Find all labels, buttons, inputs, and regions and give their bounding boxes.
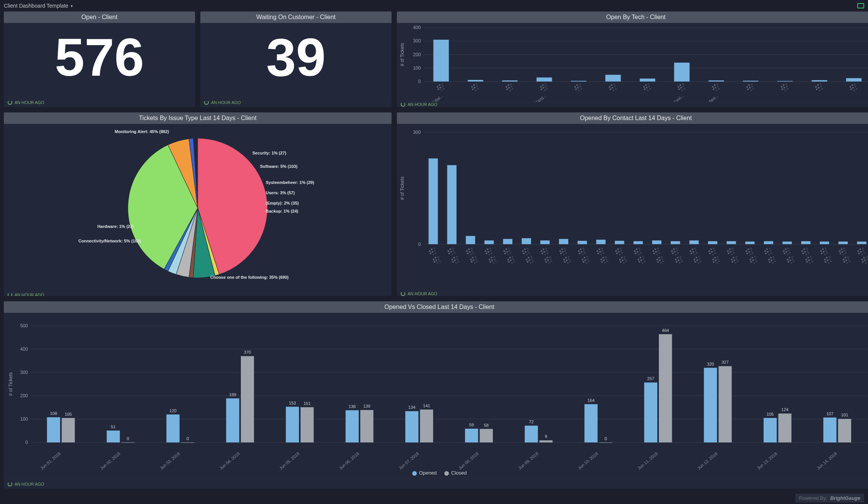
svg-text:0: 0 xyxy=(25,440,28,445)
svg-rect-440 xyxy=(756,261,757,262)
svg-rect-532 xyxy=(861,254,863,255)
svg-rect-252 xyxy=(545,259,546,260)
svg-rect-350 xyxy=(659,260,661,261)
svg-rect-389 xyxy=(700,261,701,262)
open-client-value: 576 xyxy=(4,23,195,84)
svg-rect-138 xyxy=(432,251,433,253)
svg-rect-98 xyxy=(751,86,753,87)
svg-rect-253 xyxy=(551,261,552,262)
svg-rect-193 xyxy=(485,250,486,252)
svg-rect-339 xyxy=(640,257,641,259)
svg-rect-30 xyxy=(502,80,517,81)
svg-rect-289 xyxy=(587,256,588,258)
svg-rect-344 xyxy=(653,253,655,254)
svg-rect-92 xyxy=(718,88,720,89)
svg-rect-244 xyxy=(541,250,542,252)
card-open-vs-closed: Opened Vs Closed Last 14 Days - Client 0… xyxy=(4,301,868,489)
svg-rect-387 xyxy=(697,262,699,264)
svg-rect-379 xyxy=(694,254,695,255)
svg-rect-312 xyxy=(615,250,617,252)
svg-rect-226 xyxy=(526,254,528,255)
svg-rect-287 xyxy=(588,261,590,262)
svg-rect-150 xyxy=(433,259,434,260)
svg-rect-388 xyxy=(694,259,695,260)
legend: Opened Closed xyxy=(4,468,868,478)
svg-rect-68 xyxy=(646,87,647,88)
svg-rect-533 xyxy=(857,250,859,252)
svg-rect-317 xyxy=(624,259,626,260)
svg-text:464: 464 xyxy=(662,328,669,333)
svg-rect-172 xyxy=(469,251,470,253)
svg-rect-398 xyxy=(715,252,716,254)
svg-rect-179 xyxy=(471,248,472,249)
svg-rect-391 xyxy=(698,256,700,258)
svg-text:58: 58 xyxy=(484,423,489,428)
svg-rect-360 xyxy=(676,250,678,252)
svg-rect-283 xyxy=(587,259,588,260)
svg-rect-303 xyxy=(600,259,602,260)
svg-rect-147 xyxy=(438,259,439,260)
svg-rect-418 xyxy=(734,260,735,261)
svg-rect-250 xyxy=(545,261,547,263)
svg-rect-29 xyxy=(476,83,477,85)
svg-rect-351 xyxy=(662,259,663,260)
svg-rect-383 xyxy=(694,248,696,249)
svg-rect-28 xyxy=(473,84,475,86)
svg-rect-530 xyxy=(863,250,864,252)
by-contact-chart: 0300# of Tickets xyxy=(397,124,868,291)
svg-rect-600 xyxy=(540,441,553,442)
svg-rect-57 xyxy=(579,83,580,85)
svg-rect-145 xyxy=(434,248,435,249)
svg-rect-428 xyxy=(751,250,752,252)
svg-rect-276 xyxy=(579,253,580,254)
dashboard-title-dropdown[interactable]: Client Dashboard Template ▾ xyxy=(4,3,73,9)
refresh-icon xyxy=(401,291,405,296)
svg-rect-202 xyxy=(495,261,496,262)
svg-rect-282 xyxy=(585,260,586,261)
powered-by[interactable]: Powered By: BrightGauge xyxy=(795,494,864,502)
svg-rect-466 xyxy=(789,252,791,254)
svg-rect-245 xyxy=(547,252,548,254)
svg-rect-446 xyxy=(765,253,767,254)
svg-rect-236 xyxy=(532,261,534,262)
svg-rect-489 xyxy=(809,262,811,264)
svg-rect-442 xyxy=(754,256,756,258)
svg-text:124: 124 xyxy=(781,407,788,412)
svg-rect-495 xyxy=(823,251,824,253)
svg-rect-460 xyxy=(782,242,792,244)
svg-rect-509 xyxy=(826,257,827,259)
svg-rect-474 xyxy=(793,261,795,262)
svg-rect-233 xyxy=(527,261,528,263)
svg-rect-529 xyxy=(860,251,862,253)
svg-text:0: 0 xyxy=(418,79,421,84)
svg-rect-204 xyxy=(493,256,495,258)
svg-rect-434 xyxy=(750,248,752,249)
svg-rect-117 xyxy=(816,88,818,90)
svg-rect-448 xyxy=(764,250,766,252)
svg-rect-426 xyxy=(745,242,754,244)
svg-rect-470 xyxy=(792,259,793,260)
svg-rect-370 xyxy=(679,262,680,264)
svg-rect-215 xyxy=(512,259,514,260)
svg-rect-324 xyxy=(634,241,643,244)
svg-rect-311 xyxy=(619,254,621,255)
svg-rect-122 xyxy=(820,83,821,85)
svg-rect-393 xyxy=(711,251,713,253)
svg-rect-53 xyxy=(578,89,580,91)
svg-text:164: 164 xyxy=(587,398,595,403)
svg-rect-149 xyxy=(437,262,438,264)
svg-rect-463 xyxy=(784,253,785,254)
svg-rect-11 xyxy=(433,40,449,81)
svg-rect-502 xyxy=(825,248,826,249)
svg-rect-35 xyxy=(506,86,507,88)
svg-rect-86 xyxy=(709,80,724,81)
svg-rect-49 xyxy=(571,81,586,81)
svg-rect-408 xyxy=(717,256,718,258)
svg-rect-485 xyxy=(806,248,808,249)
svg-rect-47 xyxy=(545,83,546,85)
svg-rect-369 xyxy=(676,261,677,263)
monitor-icon[interactable] xyxy=(857,3,864,8)
svg-rect-325 xyxy=(637,251,638,253)
svg-rect-359 xyxy=(674,251,675,253)
svg-text:153: 153 xyxy=(289,401,296,405)
